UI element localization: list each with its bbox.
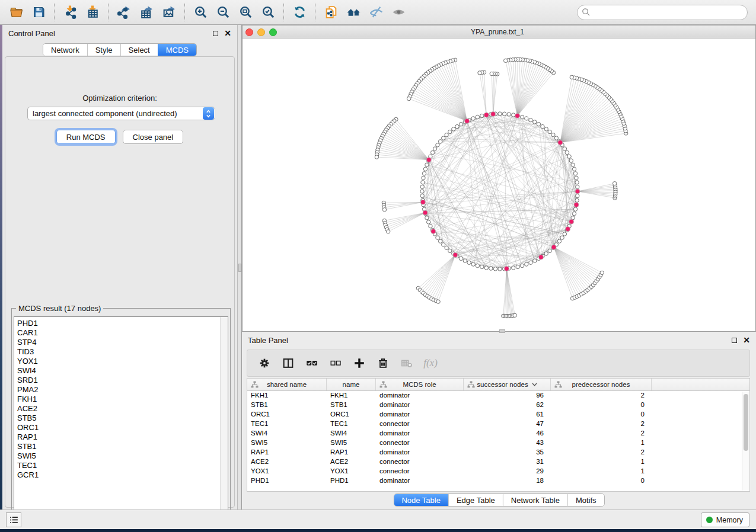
table-row[interactable]: PHD1PHD1dominator180: [247, 476, 749, 486]
table-row[interactable]: SWI4SWI4dominator462: [247, 429, 749, 438]
table-cell: 0: [551, 476, 652, 486]
table-row[interactable]: YOX1YOX1connector291: [247, 467, 749, 476]
list-item[interactable]: STB1: [17, 442, 228, 451]
table-row[interactable]: TEC1TEC1connector472: [247, 419, 749, 429]
toolbar-icons: [5, 0, 410, 24]
table-cell: 2: [551, 391, 652, 400]
list-item[interactable]: ORC1: [17, 423, 228, 432]
control-panel: Control Panel ✕ NetworkStyleSelectMCDS O…: [2, 25, 237, 509]
column-header-name[interactable]: name: [327, 379, 376, 390]
list-item[interactable]: PMA2: [17, 385, 228, 395]
list-item[interactable]: CAR1: [17, 328, 228, 338]
run-mcds-button[interactable]: Run MCDS: [56, 130, 116, 144]
export-network-icon[interactable]: [113, 3, 135, 22]
list-item[interactable]: GCR1: [17, 470, 228, 480]
float-table-panel-icon[interactable]: [732, 338, 737, 343]
list-item[interactable]: STB5: [17, 414, 228, 423]
table-cell: 0: [551, 410, 652, 419]
list-item[interactable]: STP4: [17, 338, 228, 347]
close-table-panel-icon[interactable]: ✕: [743, 337, 750, 343]
delete-icon[interactable]: [373, 353, 393, 373]
clone-network-icon[interactable]: [320, 3, 342, 22]
tab-select[interactable]: Select: [120, 44, 158, 56]
node-table: shared namenameMCDS rolesuccessor nodesp…: [247, 378, 750, 492]
optimization-criterion-label: Optimization criterion:: [5, 94, 234, 102]
save-session-icon[interactable]: [27, 3, 50, 22]
gear-icon[interactable]: [254, 353, 275, 373]
memory-button[interactable]: Memory: [701, 512, 749, 527]
tab-mcds[interactable]: MCDS: [158, 44, 196, 56]
import-network-icon[interactable]: [59, 3, 81, 22]
status-bar: Memory: [0, 509, 756, 529]
select-all-icon[interactable]: [302, 353, 322, 373]
list-item[interactable]: TEC1: [17, 461, 228, 470]
tab-network[interactable]: Network: [43, 44, 87, 56]
refresh-icon[interactable]: [288, 3, 311, 22]
deselect-all-icon[interactable]: [326, 353, 346, 373]
list-scrollbar[interactable]: [220, 317, 228, 525]
tab-network-table[interactable]: Network Table: [503, 494, 567, 506]
export-image-icon[interactable]: [158, 3, 180, 22]
mcds-result-list[interactable]: PHD1CAR1STP4TID3YOX1SWI4SRD1PMA2FKH1ACE2…: [14, 316, 228, 526]
column-label: name: [343, 381, 360, 388]
first-neighbors-icon[interactable]: [342, 3, 365, 22]
column-header-MCDS-role[interactable]: MCDS role: [376, 379, 464, 390]
zoom-in-icon[interactable]: [189, 3, 212, 22]
zoom-selected-icon[interactable]: [257, 3, 279, 22]
column-header-successor-nodes[interactable]: successor nodes: [464, 379, 551, 390]
list-item[interactable]: PHD1: [17, 319, 228, 328]
table-cell: 29: [464, 467, 551, 476]
table-row[interactable]: FKH1FKH1dominator962: [247, 391, 749, 400]
zoom-fit-icon[interactable]: [234, 3, 257, 22]
close-panel-icon[interactable]: ✕: [224, 30, 231, 36]
toolbar-separator: [184, 4, 185, 21]
table-row[interactable]: SWI5SWI5connector431: [247, 438, 749, 448]
window-close-icon[interactable]: [245, 28, 253, 36]
table-cell: SWI5: [247, 438, 327, 448]
open-file-icon[interactable]: [5, 3, 27, 22]
close-panel-button[interactable]: Close panel: [123, 130, 184, 144]
splitter-handle[interactable]: [238, 264, 241, 272]
window-minimize-icon[interactable]: [257, 28, 265, 36]
list-item[interactable]: YOX1: [17, 357, 228, 366]
window-zoom-icon[interactable]: [269, 28, 277, 36]
tab-edge-table[interactable]: Edge Table: [448, 494, 503, 506]
list-menu-icon: [9, 515, 19, 525]
list-item[interactable]: TID3: [17, 347, 228, 357]
column-header-shared-name[interactable]: shared name: [247, 379, 327, 390]
list-item[interactable]: SRD1: [17, 376, 228, 385]
column-header-predecessor-nodes[interactable]: predecessor nodes: [551, 379, 652, 390]
control-panel-header: Control Panel ✕: [2, 25, 237, 41]
search-input[interactable]: [577, 5, 748, 20]
hide-selected-icon[interactable]: [365, 3, 387, 22]
tab-style[interactable]: Style: [87, 44, 120, 56]
list-item[interactable]: SWI5: [17, 451, 228, 461]
list-item[interactable]: SWI4: [17, 366, 228, 376]
table-cell: ACE2: [327, 457, 376, 467]
import-table-icon[interactable]: [81, 3, 104, 22]
tab-motifs[interactable]: Motifs: [567, 494, 604, 506]
zoom-out-icon[interactable]: [212, 3, 234, 22]
table-row[interactable]: ORC1ORC1dominator610: [247, 410, 749, 419]
table-cell: 1: [551, 438, 652, 448]
table-row[interactable]: RAP1RAP1dominator352: [247, 448, 749, 457]
add-column-icon[interactable]: [349, 353, 369, 373]
tab-node-table[interactable]: Node Table: [394, 494, 448, 506]
panel-menu-button[interactable]: [6, 512, 21, 527]
export-table-icon[interactable]: [135, 3, 158, 22]
table-scrollbar-thumb[interactable]: [744, 394, 748, 451]
table-scrollbar[interactable]: [742, 392, 749, 491]
table-row[interactable]: ACE2ACE2connector311: [247, 457, 749, 467]
optimization-criterion-select[interactable]: largest connected component (undirected): [27, 107, 215, 120]
list-item[interactable]: ACE2: [17, 404, 228, 414]
vertical-splitter[interactable]: [237, 25, 242, 509]
list-item[interactable]: RAP1: [17, 432, 228, 442]
network-titlebar: YPA_prune.txt_1: [243, 25, 755, 39]
optimization-criterion-value: largest connected component (undirected): [28, 109, 203, 118]
columns-icon[interactable]: [278, 353, 298, 373]
network-canvas[interactable]: [243, 39, 755, 331]
table-row[interactable]: STB1STB1dominator620: [247, 400, 749, 410]
float-panel-icon[interactable]: [213, 31, 218, 36]
table-cell: SWI4: [327, 429, 376, 438]
list-item[interactable]: FKH1: [17, 395, 228, 404]
